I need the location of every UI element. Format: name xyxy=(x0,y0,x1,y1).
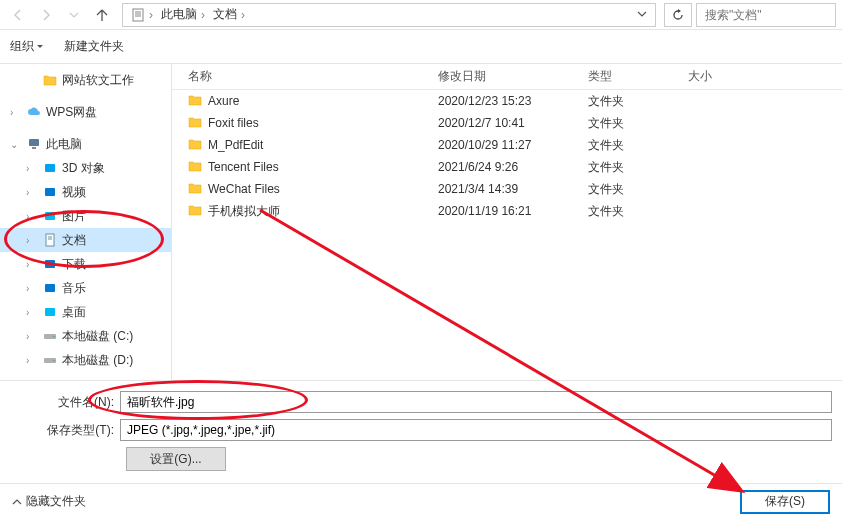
tree-expand-icon[interactable]: › xyxy=(26,235,38,246)
file-row[interactable]: Tencent Files2021/6/24 9:26文件夹 xyxy=(172,156,842,178)
file-type: 文件夹 xyxy=(582,181,682,198)
sidebar-item-label: 此电脑 xyxy=(46,136,82,153)
sidebar-item-wps[interactable]: › WPS网盘 xyxy=(0,100,171,124)
tree-expand-icon[interactable]: › xyxy=(10,107,22,118)
tree-expand-icon[interactable]: › xyxy=(26,163,38,174)
file-name: Axure xyxy=(208,94,239,108)
sidebar-item-5[interactable]: ›音乐 xyxy=(0,276,171,300)
svg-point-20 xyxy=(53,360,55,362)
drive-icon xyxy=(42,353,58,367)
address-dropdown-button[interactable] xyxy=(633,8,651,22)
hide-folders-button[interactable]: 隐藏文件夹 xyxy=(12,493,86,510)
hide-folders-label: 隐藏文件夹 xyxy=(26,493,86,510)
file-type: 文件夹 xyxy=(582,159,682,176)
folder-icon xyxy=(188,115,202,132)
address-segment-pc[interactable]: 此电脑 › xyxy=(157,6,209,23)
sidebar-item-label: 视频 xyxy=(62,184,86,201)
svg-rect-10 xyxy=(45,212,55,220)
filetype-select[interactable] xyxy=(120,419,832,441)
address-segment-label: 文档 xyxy=(213,6,237,23)
nav-back-button[interactable] xyxy=(6,3,30,27)
tree-expand-icon[interactable]: › xyxy=(26,187,38,198)
sidebar-item-label: 下载 xyxy=(62,256,86,273)
sidebar-tree: 网站软文工作 › WPS网盘 ⌄ 此电脑 ›3D 对象›视频›图片›文档›下载›… xyxy=(0,64,172,380)
sidebar-item-label: WPS网盘 xyxy=(46,104,97,121)
file-row[interactable]: 手机模拟大师2020/11/19 16:21文件夹 xyxy=(172,200,842,222)
sidebar-item-this-pc[interactable]: ⌄ 此电脑 xyxy=(0,132,171,156)
file-date: 2021/3/4 14:39 xyxy=(432,182,582,196)
nav-up-button[interactable] xyxy=(90,3,114,27)
file-name: WeChat Files xyxy=(208,182,280,196)
search-input[interactable] xyxy=(705,8,842,22)
file-row[interactable]: M_PdfEdit2020/10/29 11:27文件夹 xyxy=(172,134,842,156)
chevron-right-icon: › xyxy=(241,8,245,22)
column-header-name[interactable]: 名称 xyxy=(182,68,432,85)
svg-rect-0 xyxy=(133,9,143,21)
filename-label: 文件名(N): xyxy=(10,394,120,411)
tree-expand-icon[interactable]: › xyxy=(26,331,38,342)
tree-expand-icon[interactable]: › xyxy=(26,283,38,294)
chevron-up-icon xyxy=(12,497,22,507)
column-header-size[interactable]: 大小 xyxy=(682,68,762,85)
teal-icon xyxy=(42,161,58,175)
column-header-date[interactable]: 修改日期 xyxy=(432,68,582,85)
address-root-icon[interactable]: › xyxy=(127,8,157,22)
folder-icon xyxy=(42,73,58,87)
file-list-header: 名称 修改日期 类型 大小 xyxy=(172,64,842,90)
tree-collapse-icon[interactable]: ⌄ xyxy=(10,139,22,150)
tree-expand-icon[interactable]: › xyxy=(26,355,38,366)
save-form: 文件名(N): 保存类型(T): 设置(G)... xyxy=(0,380,842,477)
svg-rect-8 xyxy=(45,164,55,172)
filetype-label: 保存类型(T): xyxy=(10,422,120,439)
tree-expand-icon[interactable]: › xyxy=(26,259,38,270)
filename-input[interactable] xyxy=(120,391,832,413)
cyan-icon xyxy=(42,305,58,319)
blue-icon xyxy=(42,257,58,271)
folder-icon xyxy=(188,93,202,110)
file-row[interactable]: Axure2020/12/23 15:23文件夹 xyxy=(172,90,842,112)
folder-icon xyxy=(188,181,202,198)
chevron-right-icon: › xyxy=(149,8,153,22)
new-folder-label: 新建文件夹 xyxy=(64,38,124,55)
sidebar-item-label: 桌面 xyxy=(62,304,86,321)
sidebar-item-label: 音乐 xyxy=(62,280,86,297)
settings-button[interactable]: 设置(G)... xyxy=(126,447,226,471)
file-name: M_PdfEdit xyxy=(208,138,263,152)
refresh-button[interactable] xyxy=(664,3,692,27)
sidebar-item-8[interactable]: ›本地磁盘 (D:) xyxy=(0,348,171,372)
file-row[interactable]: WeChat Files2021/3/4 14:39文件夹 xyxy=(172,178,842,200)
nav-recent-dropdown[interactable] xyxy=(62,3,86,27)
sidebar-item-work-folder[interactable]: 网站软文工作 xyxy=(0,68,171,92)
file-date: 2020/12/7 10:41 xyxy=(432,116,582,130)
file-name: Foxit files xyxy=(208,116,259,130)
sidebar-item-4[interactable]: ›下载 xyxy=(0,252,171,276)
sidebar-item-6[interactable]: ›桌面 xyxy=(0,300,171,324)
new-folder-button[interactable]: 新建文件夹 xyxy=(64,38,124,55)
sidebar-item-label: 网站软文工作 xyxy=(62,72,134,89)
file-date: 2020/11/19 16:21 xyxy=(432,204,582,218)
sidebar-item-7[interactable]: ›本地磁盘 (C:) xyxy=(0,324,171,348)
nav-forward-button[interactable] xyxy=(34,3,58,27)
sidebar-item-0[interactable]: ›3D 对象 xyxy=(0,156,171,180)
organize-button[interactable]: 组织 xyxy=(10,38,44,55)
sidebar-item-2[interactable]: ›图片 xyxy=(0,204,171,228)
file-type: 文件夹 xyxy=(582,93,682,110)
tree-expand-icon[interactable]: › xyxy=(26,211,38,222)
svg-rect-16 xyxy=(45,308,55,316)
svg-rect-14 xyxy=(45,260,55,268)
save-button[interactable]: 保存(S) xyxy=(740,490,830,514)
cloud-icon xyxy=(26,105,42,119)
search-box[interactable] xyxy=(696,3,836,27)
tree-expand-icon[interactable]: › xyxy=(26,307,38,318)
address-bar[interactable]: › 此电脑 › 文档 › xyxy=(122,3,656,27)
sidebar-item-3[interactable]: ›文档 xyxy=(0,228,171,252)
file-date: 2020/12/23 15:23 xyxy=(432,94,582,108)
file-row[interactable]: Foxit files2020/12/7 10:41文件夹 xyxy=(172,112,842,134)
folder-icon xyxy=(188,203,202,220)
address-segment-documents[interactable]: 文档 › xyxy=(209,6,249,23)
sidebar-item-label: 文档 xyxy=(62,232,86,249)
column-header-type[interactable]: 类型 xyxy=(582,68,682,85)
sidebar-item-1[interactable]: ›视频 xyxy=(0,180,171,204)
file-date: 2020/10/29 11:27 xyxy=(432,138,582,152)
file-type: 文件夹 xyxy=(582,115,682,132)
